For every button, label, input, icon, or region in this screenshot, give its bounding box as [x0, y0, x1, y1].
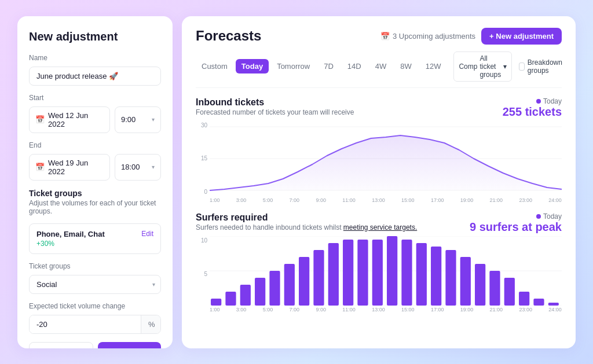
- surfers-chart-info: Surfers required Surfers needed to handl…: [196, 212, 417, 231]
- volume-change-group: Expected ticket volume change %: [29, 302, 161, 334]
- tab-today[interactable]: Today: [236, 59, 269, 73]
- end-date-value: Wed 19 Jun 2022: [48, 159, 104, 176]
- svg-rect-10: [269, 271, 280, 306]
- svg-rect-13: [313, 250, 324, 306]
- tab-8w[interactable]: 8W: [394, 59, 418, 73]
- ticket-group-item: Phone, Email, Chat Edit +30%: [29, 223, 161, 254]
- inbound-legend-dot: [536, 99, 541, 104]
- ticket-groups-select-label: Ticket groups: [29, 262, 161, 270]
- end-label: End: [29, 141, 161, 149]
- panel-title: New adjustment: [29, 30, 161, 43]
- volume-input[interactable]: [30, 315, 141, 333]
- start-field-group: Start 📅 Wed 12 Jun 2022 9:00 ▾: [29, 94, 161, 133]
- save-button[interactable]: Save: [98, 342, 161, 348]
- inbound-chart-area: 1:00 3:00 5:00 7:00 9:00 11:00 13:00 15:…: [210, 121, 562, 203]
- surfers-legend-dot: [536, 214, 541, 219]
- breakdown-checkbox[interactable]: [519, 62, 525, 71]
- surfers-legend: Today 9 surfers at peak: [470, 212, 562, 234]
- svg-rect-15: [343, 240, 353, 306]
- inbound-desc: Forecasted number of tickets your team w…: [196, 108, 354, 116]
- surfers-today-label: Today: [470, 212, 562, 220]
- end-date-input[interactable]: 📅 Wed 19 Jun 2022: [29, 154, 110, 181]
- comp-label: Comp: [459, 62, 477, 71]
- percent-symbol: %: [141, 315, 161, 333]
- svg-rect-17: [372, 240, 383, 306]
- comp-value: All ticket groups: [479, 54, 501, 79]
- inbound-today-label: Today: [503, 97, 562, 105]
- inbound-line-chart: [210, 121, 562, 196]
- surfers-legend-value: 9 surfers at peak: [470, 220, 562, 234]
- calendar-icon-end: 📅: [35, 163, 45, 171]
- name-input[interactable]: [29, 67, 161, 86]
- svg-rect-23: [460, 257, 471, 306]
- name-label: Name: [29, 54, 161, 62]
- end-time-input[interactable]: 18:00 ▾: [115, 154, 161, 181]
- svg-rect-22: [445, 250, 456, 306]
- inbound-y-labels: 30 15 0: [196, 121, 207, 196]
- start-label: Start: [29, 94, 161, 102]
- breakdown-label: Breakdown groups: [528, 58, 565, 75]
- inbound-title: Inbound tickets: [196, 97, 354, 108]
- tab-tomorrow[interactable]: Tomorrow: [271, 59, 316, 73]
- tabs-row: Custom Today Tomorrow 7D 14D 4W 8W 12W C…: [196, 52, 562, 88]
- surfers-chart-section: Surfers required Surfers needed to handl…: [196, 212, 562, 312]
- svg-rect-14: [328, 243, 339, 306]
- svg-rect-8: [240, 285, 251, 306]
- calendar-icon-header: 📅: [380, 32, 390, 41]
- tab-4w[interactable]: 4W: [369, 59, 393, 73]
- ticket-groups-select[interactable]: Social Phone, Email, Chat: [29, 275, 161, 294]
- svg-rect-28: [533, 299, 544, 306]
- chevron-down-icon-end: ▾: [152, 164, 155, 170]
- ticket-groups-select-group: Ticket groups Social Phone, Email, Chat …: [29, 262, 161, 294]
- start-date-input[interactable]: 📅 Wed 12 Jun 2022: [29, 106, 110, 133]
- surfers-x-labels: 1:00 3:00 5:00 7:00 9:00 11:00 13:00 15:…: [210, 307, 562, 312]
- calendar-icon: 📅: [35, 115, 45, 124]
- surfers-title: Surfers required: [196, 212, 417, 223]
- inbound-legend: Today 255 tickets: [503, 97, 562, 119]
- breakdown-groups-toggle[interactable]: Breakdown groups: [519, 58, 565, 75]
- comp-chevron-icon: ▾: [503, 62, 507, 71]
- start-time-input[interactable]: 9:00 ▾: [115, 106, 161, 133]
- service-targets-link[interactable]: meeting service targets.: [343, 223, 417, 231]
- svg-rect-27: [519, 292, 529, 306]
- inbound-x-labels: 1:00 3:00 5:00 7:00 9:00 11:00 13:00 15:…: [210, 197, 562, 203]
- comp-select[interactable]: Comp All ticket groups ▾: [453, 52, 512, 82]
- svg-rect-19: [401, 240, 412, 306]
- svg-rect-21: [431, 247, 441, 306]
- ticket-group-header: Phone, Email, Chat Edit: [36, 230, 153, 238]
- inbound-chart-section: Inbound tickets Forecasted number of tic…: [196, 97, 562, 203]
- svg-rect-18: [387, 236, 397, 306]
- upcoming-label: 3 Upcoming adjustments: [393, 32, 475, 41]
- svg-rect-25: [489, 271, 500, 306]
- ticket-groups-title: Ticket groups: [29, 189, 161, 198]
- surfers-chart-container: 10 5: [196, 236, 562, 312]
- start-time-value: 9:00: [121, 115, 136, 124]
- end-date-time-row: 📅 Wed 19 Jun 2022 18:00 ▾: [29, 154, 161, 181]
- ticket-groups-desc: Adjust the volumes for each of your tick…: [29, 199, 161, 215]
- inbound-chart-header: Inbound tickets Forecasted number of tic…: [196, 97, 562, 119]
- end-field-group: End 📅 Wed 19 Jun 2022 18:00 ▾: [29, 141, 161, 181]
- name-field-group: Name: [29, 54, 161, 86]
- surfers-bar-chart: [210, 236, 562, 306]
- end-time-value: 18:00: [121, 163, 140, 171]
- new-adjustment-button[interactable]: + New adjustment: [481, 28, 562, 45]
- header-right: 📅 3 Upcoming adjustments + New adjustmen…: [380, 28, 562, 45]
- svg-rect-26: [504, 278, 515, 306]
- action-buttons: Delete Save: [29, 342, 161, 348]
- forecast-header: Forecasts 📅 3 Upcoming adjustments + New…: [196, 28, 562, 45]
- edit-button[interactable]: Edit: [141, 230, 153, 238]
- tab-custom[interactable]: Custom: [196, 59, 233, 73]
- delete-button[interactable]: Delete: [29, 342, 93, 348]
- volume-label: Expected ticket volume change: [29, 302, 161, 310]
- svg-rect-9: [255, 278, 265, 306]
- forecasts-panel: Forecasts 📅 3 Upcoming adjustments + New…: [182, 16, 576, 348]
- svg-rect-7: [225, 292, 236, 306]
- ticket-change-value: +30%: [36, 240, 153, 248]
- chevron-down-icon: ▾: [152, 116, 155, 123]
- tab-12w[interactable]: 12W: [420, 59, 447, 73]
- new-adjustment-panel: New adjustment Name Start 📅 Wed 12 Jun 2…: [17, 16, 173, 348]
- tab-7d[interactable]: 7D: [318, 59, 339, 73]
- tab-14d[interactable]: 14D: [342, 59, 367, 73]
- start-date-time-row: 📅 Wed 12 Jun 2022 9:00 ▾: [29, 106, 161, 133]
- surfers-chart-header: Surfers required Surfers needed to handl…: [196, 212, 562, 234]
